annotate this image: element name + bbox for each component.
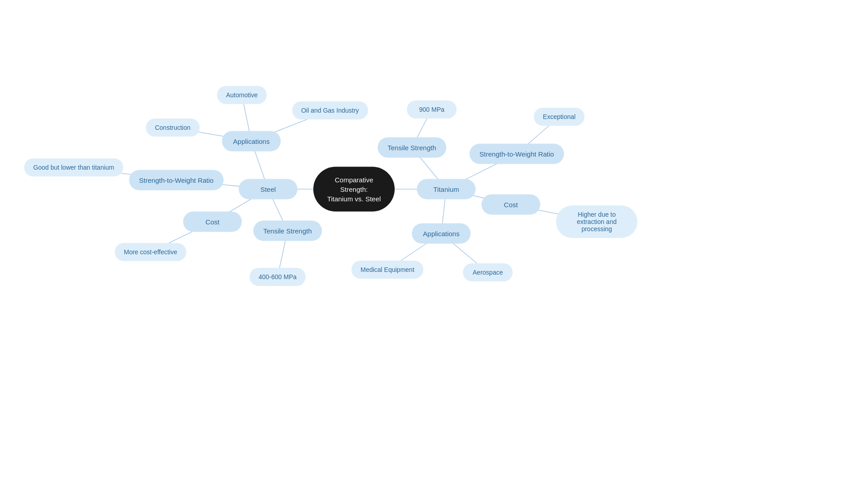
ti-exceptional-node[interactable]: Exceptional bbox=[534, 108, 585, 126]
ti-higher-cost-label: Higher due to extraction and processing bbox=[565, 211, 628, 233]
steel-cost-label: Cost bbox=[206, 218, 220, 226]
steel-cost-effective-node[interactable]: More cost-effective bbox=[115, 243, 186, 261]
ti-exceptional-label: Exceptional bbox=[543, 113, 576, 120]
steel-good-lower-node[interactable]: Good but lower than titanium bbox=[24, 158, 123, 176]
ti-strength-weight-node[interactable]: Strength-to-Weight Ratio bbox=[470, 144, 564, 164]
titanium-label: Titanium bbox=[434, 186, 459, 193]
steel-tensile-value-label: 400-600 MPa bbox=[259, 273, 297, 281]
steel-cost-node[interactable]: Cost bbox=[183, 212, 242, 232]
ti-cost-node[interactable]: Cost bbox=[481, 195, 540, 215]
ti-tensile-value-node[interactable]: 900 MPa bbox=[407, 100, 457, 119]
steel-oil-gas-label: Oil and Gas Industry bbox=[301, 107, 359, 114]
steel-good-lower-label: Good but lower than titanium bbox=[33, 164, 114, 171]
steel-automotive-node[interactable]: Automotive bbox=[217, 86, 267, 104]
steel-strength-weight-node[interactable]: Strength-to-Weight Ratio bbox=[129, 170, 224, 190]
steel-construction-label: Construction bbox=[155, 124, 191, 131]
titanium-node[interactable]: Titanium bbox=[417, 179, 476, 200]
steel-automotive-label: Automotive bbox=[226, 91, 258, 99]
steel-strength-weight-label: Strength-to-Weight Ratio bbox=[139, 176, 214, 184]
steel-tensile-label: Tensile Strength bbox=[263, 227, 312, 235]
ti-tensile-node[interactable]: Tensile Strength bbox=[377, 138, 446, 158]
steel-node[interactable]: Steel bbox=[239, 179, 297, 200]
steel-construction-node[interactable]: Construction bbox=[146, 119, 200, 137]
steel-label: Steel bbox=[260, 186, 276, 193]
center-label: Comparative Strength: Titanium vs. Steel bbox=[326, 175, 382, 204]
steel-tensile-value-node[interactable]: 400-600 MPa bbox=[250, 268, 306, 286]
ti-medical-node[interactable]: Medical Equipment bbox=[351, 261, 423, 279]
steel-oil-gas-node[interactable]: Oil and Gas Industry bbox=[292, 101, 368, 119]
ti-higher-cost-node[interactable]: Higher due to extraction and processing bbox=[556, 205, 637, 238]
ti-aerospace-node[interactable]: Aerospace bbox=[463, 263, 513, 281]
ti-tensile-label: Tensile Strength bbox=[387, 144, 436, 152]
steel-applications-node[interactable]: Applications bbox=[222, 131, 281, 152]
ti-strength-weight-label: Strength-to-Weight Ratio bbox=[480, 150, 554, 158]
steel-cost-effective-label: More cost-effective bbox=[124, 248, 177, 256]
ti-tensile-value-label: 900 MPa bbox=[419, 106, 444, 113]
ti-applications-node[interactable]: Applications bbox=[412, 224, 471, 244]
ti-cost-label: Cost bbox=[504, 201, 518, 209]
ti-aerospace-label: Aerospace bbox=[473, 269, 503, 276]
ti-medical-label: Medical Equipment bbox=[360, 266, 414, 273]
ti-applications-label: Applications bbox=[423, 230, 460, 238]
steel-tensile-node[interactable]: Tensile Strength bbox=[253, 221, 322, 241]
steel-applications-label: Applications bbox=[233, 138, 270, 145]
center-node[interactable]: Comparative Strength: Titanium vs. Steel bbox=[313, 167, 395, 212]
